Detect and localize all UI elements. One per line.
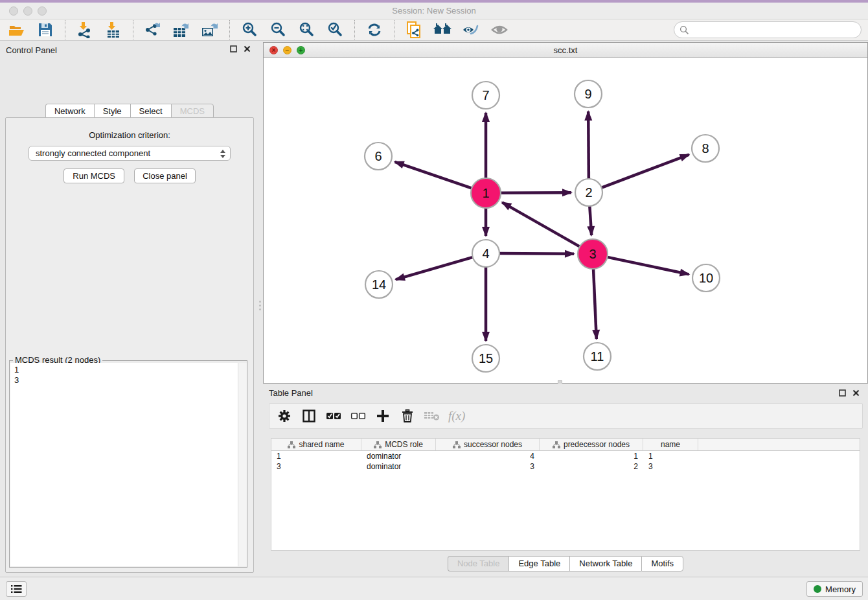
column-type-icon bbox=[288, 441, 295, 448]
table-row[interactable]: 3dominator323 bbox=[271, 461, 860, 472]
import-network-icon[interactable] bbox=[75, 21, 95, 39]
table-cell[interactable]: 1 bbox=[643, 451, 698, 461]
table-cell[interactable]: 1 bbox=[271, 451, 361, 461]
graph-node-label: 8 bbox=[702, 141, 709, 156]
search-icon bbox=[680, 25, 689, 35]
table-cell[interactable]: 3 bbox=[271, 461, 361, 472]
home-icon[interactable] bbox=[433, 21, 452, 39]
zoom-selected-icon[interactable] bbox=[325, 21, 345, 39]
close-panel-icon[interactable] bbox=[243, 45, 251, 53]
result-scrollbar[interactable] bbox=[238, 363, 247, 566]
graph-node-label: 7 bbox=[482, 88, 489, 102]
mcds-panel: Optimization criterion: strongly connect… bbox=[5, 117, 254, 573]
show-eye-icon[interactable] bbox=[490, 21, 509, 39]
graph-node-label: 14 bbox=[372, 277, 386, 292]
graph-node-label: 6 bbox=[374, 149, 382, 163]
fx-label: f(x) bbox=[448, 409, 465, 423]
table-tabs: Node TableEdge TableNetwork TableMotifs bbox=[263, 556, 868, 571]
table-cell[interactable]: 3 bbox=[436, 461, 540, 472]
refresh-layout-icon[interactable] bbox=[365, 21, 384, 39]
criterion-select[interactable]: strongly connected component bbox=[29, 146, 231, 161]
task-history-button[interactable] bbox=[6, 581, 27, 597]
import-table-icon[interactable] bbox=[104, 21, 123, 39]
column-header-MCDS-role[interactable]: MCDS role bbox=[361, 439, 436, 450]
control-panel-title: Control Panel bbox=[6, 45, 57, 55]
search-box[interactable] bbox=[674, 21, 862, 38]
tab-network-table[interactable]: Network Table bbox=[569, 556, 641, 571]
status-bar: Memory bbox=[0, 577, 868, 600]
deselect-all-icon[interactable] bbox=[350, 408, 367, 424]
close-table-panel-icon[interactable] bbox=[852, 389, 860, 397]
table-settings-icon[interactable] bbox=[276, 408, 293, 424]
export-network-icon[interactable] bbox=[143, 21, 163, 39]
table-cell[interactable]: 1 bbox=[540, 451, 643, 461]
network-view-window: × − + scc.txt 7968124314101511 bbox=[263, 42, 868, 384]
run-mcds-button[interactable]: Run MCDS bbox=[63, 168, 124, 183]
export-image-icon[interactable] bbox=[200, 21, 220, 39]
graph-edge-3-11[interactable] bbox=[593, 268, 597, 339]
table-panel: Table Panel bbox=[263, 384, 868, 577]
network-window-title: scc.txt bbox=[264, 45, 867, 55]
mcds-result-group: MCDS result (2 nodes) 1 3 bbox=[9, 360, 247, 568]
close-panel-button[interactable]: Close panel bbox=[134, 168, 196, 183]
panel-splitter-grip[interactable] bbox=[258, 301, 261, 312]
memory-button[interactable]: Memory bbox=[806, 581, 863, 597]
graph-edge-2-3[interactable] bbox=[589, 205, 591, 235]
column-header-predecessor-nodes[interactable]: predecessor nodes bbox=[540, 439, 643, 450]
column-header-successor-nodes[interactable]: successor nodes bbox=[436, 439, 540, 450]
column-type-icon bbox=[553, 441, 560, 448]
open-session-icon[interactable] bbox=[7, 21, 27, 39]
add-column-icon[interactable] bbox=[374, 408, 391, 424]
network-window-titlebar[interactable]: × − + scc.txt bbox=[264, 43, 867, 58]
memory-status-dot bbox=[814, 585, 821, 593]
table-cell[interactable]: 4 bbox=[436, 451, 540, 461]
graph-edge-4-14[interactable] bbox=[396, 257, 474, 279]
delete-column-icon[interactable] bbox=[399, 408, 416, 424]
zoom-in-icon[interactable] bbox=[240, 21, 259, 39]
table-row[interactable]: 1dominator411 bbox=[271, 451, 860, 461]
float-panel-icon[interactable] bbox=[229, 45, 238, 53]
graph-node-label: 11 bbox=[591, 349, 604, 363]
delete-table-icon[interactable] bbox=[424, 408, 440, 424]
zoom-out-icon[interactable] bbox=[268, 21, 288, 39]
hide-selected-icon[interactable] bbox=[461, 21, 481, 39]
search-input[interactable] bbox=[693, 25, 856, 35]
table-cell[interactable]: dominator bbox=[361, 461, 436, 472]
save-session-icon[interactable] bbox=[36, 21, 55, 39]
graph-node-label: 4 bbox=[482, 246, 489, 260]
table-cell[interactable]: dominator bbox=[361, 451, 436, 461]
window-title: Session: New Session bbox=[0, 6, 868, 16]
graph-edge-1-6[interactable] bbox=[395, 162, 474, 189]
graph-node-label: 10 bbox=[699, 271, 713, 285]
graph-edge-4-3[interactable] bbox=[498, 253, 574, 254]
table-cell[interactable]: 3 bbox=[643, 461, 698, 472]
graph-edge-3-10[interactable] bbox=[606, 257, 689, 274]
graph-edge-2-9[interactable] bbox=[588, 111, 589, 180]
titlebar: Session: New Session bbox=[0, 3, 868, 19]
select-all-icon[interactable] bbox=[325, 408, 342, 424]
table-panel-title: Table Panel bbox=[269, 388, 313, 398]
optimization-criterion-label: Optimization criterion: bbox=[6, 130, 253, 140]
tab-node-table[interactable]: Node Table bbox=[448, 556, 509, 571]
node-table[interactable]: shared nameMCDS rolesuccessor nodesprede… bbox=[271, 438, 860, 551]
function-builder-icon[interactable]: f(x) bbox=[448, 408, 465, 424]
graph-edge-3-1[interactable] bbox=[502, 202, 581, 247]
zoom-fit-icon[interactable] bbox=[297, 21, 316, 39]
duplicate-network-icon[interactable] bbox=[404, 21, 424, 39]
column-header-shared-name[interactable]: shared name bbox=[271, 439, 361, 450]
float-table-panel-icon[interactable] bbox=[838, 389, 847, 397]
export-table-icon[interactable] bbox=[172, 21, 191, 39]
graph-edge-2-8[interactable] bbox=[600, 155, 689, 189]
table-cell[interactable]: 2 bbox=[540, 461, 643, 472]
tab-edge-table[interactable]: Edge Table bbox=[508, 556, 569, 571]
tab-motifs[interactable]: Motifs bbox=[641, 556, 683, 571]
column-header-name[interactable]: name bbox=[643, 439, 698, 450]
column-type-icon bbox=[453, 441, 461, 448]
graph-edge-1-2[interactable] bbox=[499, 192, 571, 193]
show-columns-icon[interactable] bbox=[301, 408, 317, 424]
network-canvas[interactable]: 7968124314101511 bbox=[264, 58, 867, 383]
network-graph[interactable]: 7968124314101511 bbox=[264, 58, 867, 383]
criterion-value: strongly connected component bbox=[36, 148, 150, 158]
graph-node-label: 1 bbox=[482, 186, 489, 200]
mcds-result-text[interactable]: 1 3 bbox=[10, 363, 246, 566]
